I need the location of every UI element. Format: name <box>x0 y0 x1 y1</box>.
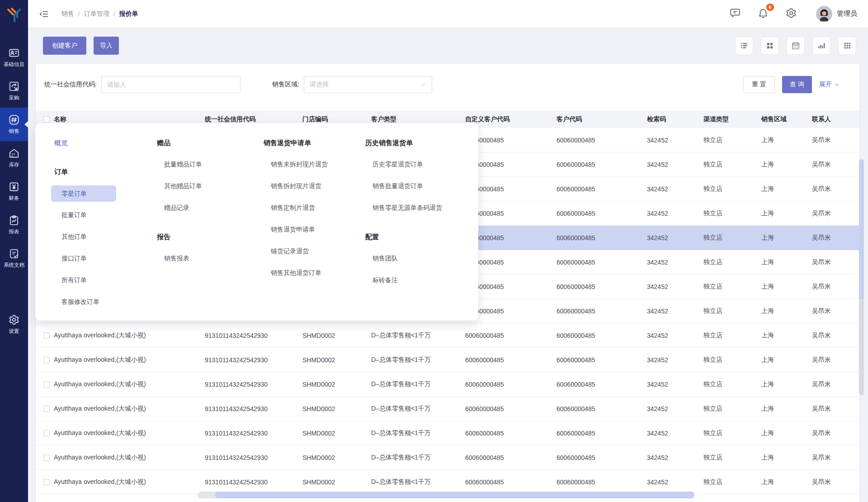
megamenu-item[interactable]: 销售团队 <box>365 255 398 263</box>
table-row[interactable]: Ayutthaya overlooked,(大城小视)9131011432425… <box>36 323 859 348</box>
horizontal-scrollbar-track[interactable] <box>198 492 694 498</box>
megamenu-item[interactable]: 客服修改订单 <box>54 298 99 306</box>
table-view-button[interactable] <box>838 37 856 55</box>
create-customer-button[interactable]: 创建客户 <box>43 37 86 55</box>
megamenu-item[interactable]: 批量订单 <box>54 211 87 219</box>
sidebar-item-inventory[interactable]: 库存 <box>0 141 28 175</box>
megamenu-section-title: 报告 <box>157 233 170 242</box>
table-cell: 上海 <box>761 454 812 462</box>
megamenu-item[interactable]: 其他赠品订单 <box>157 182 202 190</box>
megamenu-column: 历史销售退货单历史零星退货订单销售批量退货订单销售零星无源单条码退货配置销售团队… <box>365 132 469 313</box>
sidebar-item-finance[interactable]: 财务 <box>0 175 28 208</box>
table-cell: SHMD0002 <box>302 478 371 486</box>
row-checkbox[interactable] <box>43 332 50 339</box>
table-cell: 独立店 <box>703 283 761 291</box>
sidebar-item-procurement[interactable]: 采购 <box>0 74 28 108</box>
table-row[interactable]: Ayutthaya overlooked,(大城小视)9131011432425… <box>36 470 859 494</box>
sales-megamenu: 概览订单零星订单批量订单其他订单接口订单所有订单客服修改订单赠品批量赠品订单其他… <box>35 123 478 321</box>
list-view-icon <box>740 41 749 50</box>
table-cell: D–总体零售额<1千万 <box>371 454 465 462</box>
row-checkbox[interactable] <box>43 381 50 388</box>
megamenu-item[interactable]: 所有订单 <box>54 276 87 284</box>
table-cell: 独立店 <box>703 380 761 388</box>
table-cell: 913101143242542930 <box>205 356 302 364</box>
row-checkbox[interactable] <box>43 479 50 485</box>
megamenu-item[interactable]: 销售批量退货订单 <box>365 182 423 190</box>
horizontal-scrollbar-thumb[interactable] <box>215 492 694 498</box>
megamenu-section-title[interactable]: 概览 <box>54 139 68 147</box>
table-cell: 60060000485 <box>465 283 557 290</box>
megamenu-item[interactable]: 接口订单 <box>54 255 87 263</box>
user-menu[interactable]: 管理员 <box>816 6 857 22</box>
table-cell: SHMD0002 <box>302 332 371 339</box>
sidebar: 基础信息采购销售库存财务报表系统文档设置 <box>0 0 28 502</box>
expand-toggle[interactable]: 展开 <box>819 81 840 89</box>
row-checkbox[interactable] <box>43 455 50 461</box>
table-cell: 342452 <box>647 356 703 364</box>
megamenu-item[interactable]: 批量赠品订单 <box>157 161 202 169</box>
megamenu-item-active[interactable]: 零星订单 <box>51 185 116 202</box>
sidebar-item-sales[interactable]: 销售 <box>0 108 28 141</box>
chart-view-button[interactable] <box>812 37 830 55</box>
vertical-scrollbar-thumb[interactable] <box>859 159 864 302</box>
sidebar-item-settings[interactable]: 设置 <box>0 308 28 341</box>
table-row[interactable]: Ayutthaya overlooked,(大城小视)9131011432425… <box>36 348 859 372</box>
megamenu-item[interactable]: 销售拆封现片退货 <box>264 182 321 190</box>
table-cell: 上海 <box>761 405 812 413</box>
credit-code-input[interactable] <box>101 76 241 93</box>
table-cell: 60060000485 <box>465 137 557 144</box>
select-all-checkbox[interactable] <box>43 116 50 123</box>
table-row[interactable]: Ayutthaya overlooked,(大城小视)9131011432425… <box>36 397 859 421</box>
notification-badge: 6 <box>766 4 774 11</box>
list-view-button[interactable] <box>735 37 753 55</box>
table-cell: SHMD0002 <box>302 405 371 412</box>
reset-button[interactable]: 重 置 <box>743 76 775 93</box>
grid-view-button[interactable] <box>761 37 779 55</box>
table-row[interactable]: Ayutthaya overlooked,(大城小视)9131011432425… <box>36 445 859 470</box>
notifications-button[interactable]: 6 <box>757 7 769 20</box>
megamenu-item[interactable]: 标砖备注 <box>365 276 398 284</box>
breadcrumb-item[interactable]: 订单管理 <box>84 10 109 18</box>
row-checkbox[interactable] <box>43 406 50 412</box>
import-button[interactable]: 导入 <box>94 37 119 55</box>
app-logo[interactable] <box>4 5 24 25</box>
breadcrumb-item[interactable]: 销售 <box>61 10 74 18</box>
row-checkbox[interactable] <box>43 357 50 363</box>
table-cell: 60060000485 <box>557 259 647 266</box>
megamenu-item[interactable]: 其他订单 <box>54 233 87 241</box>
megamenu-item[interactable]: 销售报表 <box>157 255 189 263</box>
megamenu-item[interactable]: 销售零星无源单条码退货 <box>365 204 442 212</box>
sales-region-select[interactable]: 请选择 <box>304 76 432 93</box>
search-button[interactable]: 查 询 <box>782 76 812 93</box>
vertical-scrollbar-thumb-lower[interactable] <box>859 298 864 395</box>
megamenu-item[interactable]: 历史零星退货订单 <box>365 161 423 169</box>
menu-fold-icon[interactable] <box>39 9 49 19</box>
table-cell: 60060000485 <box>465 478 557 486</box>
megamenu-section-title: 销售退货申请单 <box>264 139 311 147</box>
sidebar-item-id-card[interactable]: 基础信息 <box>0 41 28 74</box>
megamenu-item[interactable]: 销售未拆封现片退货 <box>264 161 328 169</box>
calendar-view-button[interactable] <box>787 37 805 55</box>
message-button[interactable] <box>729 7 741 20</box>
table-cell: 上海 <box>761 185 812 193</box>
table-cell: 913101143242542930 <box>205 454 302 461</box>
inventory-icon <box>8 147 20 159</box>
megamenu-item[interactable]: 铺货记录退货 <box>264 247 309 256</box>
header-checkbox-cell <box>36 116 54 123</box>
table-row[interactable]: Ayutthaya overlooked,(大城小视)9131011432425… <box>36 372 859 397</box>
row-checkbox[interactable] <box>43 430 50 436</box>
table-row[interactable]: Ayutthaya overlooked,(大城小视)9131011432425… <box>36 421 859 445</box>
megamenu-item[interactable]: 销售退货申请单 <box>264 226 315 234</box>
table-cell: 342452 <box>647 454 703 461</box>
megamenu-item[interactable]: 赠品记录 <box>157 204 189 212</box>
table-cell: 吴昂米 <box>812 307 860 315</box>
megamenu-item[interactable]: 销售其他退货订单 <box>264 269 321 277</box>
megamenu-item[interactable]: 销售定制片退货 <box>264 204 315 212</box>
table-cell: 独立店 <box>703 258 761 266</box>
sidebar-item-docs[interactable]: 系统文档 <box>0 242 28 275</box>
table-cell: 吴昂米 <box>812 283 860 291</box>
breadcrumb-separator: / <box>113 10 115 18</box>
settings-button[interactable] <box>785 7 797 20</box>
sidebar-item-report[interactable]: 报表 <box>0 208 28 242</box>
table-cell: 342452 <box>647 137 703 144</box>
